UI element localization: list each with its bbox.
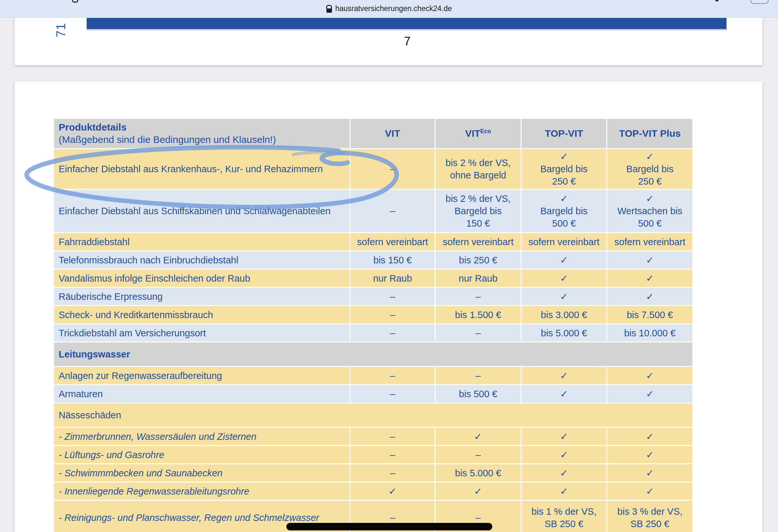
value-cell: sofern vereinbart [351,233,435,250]
value-cell: – [351,306,435,323]
value-cell: – [351,385,435,403]
value-cell: ✓ [607,482,692,500]
value-cell: ✓ [522,367,607,384]
value-cell: sofern vereinbart [436,233,521,250]
table-row: Räuberische Erpressung––✓✓ [54,288,692,305]
value-cell: ✓Bargeld bis250 € [522,149,607,189]
value-cell: bis 2 % der VS,ohne Bargeld [436,149,521,189]
value-cell: ✓ [522,446,607,463]
browser-toolbar: hausratversicherungen.check24.de [0,0,778,18]
address-bar[interactable]: hausratversicherungen.check24.de [326,0,452,17]
row-label: Einfacher Diebstahl aus Schiffskabinen u… [54,190,349,232]
row-label: Räuberische Erpressung [54,288,349,305]
value-cell: ✓ [351,482,435,500]
value-cell: – [351,464,435,481]
section-row: Leitungswasser [54,343,692,366]
table-subtitle: (Maßgebend sind die Bedingungen und Klau… [59,134,346,146]
row-label: - Lüftungs- und Gasrohre [54,446,349,463]
table-row: Fahrraddiebstahlsofern vereinbartsofern … [54,233,692,250]
table-row: - Zimmerbrunnen, Wassersäulen und Zister… [54,428,692,445]
table-row: Trickdiebstahl am Versicherungsort––bis … [54,324,692,342]
value-cell: – [436,324,521,342]
column-header-vit-eco: VITEco [436,119,521,148]
page-number: 7 [388,34,427,48]
value-cell: bis 1 % der VS,SB 250 € [522,501,607,532]
table-title-cell: Produktdetails (Maßgebend sind die Bedin… [54,119,349,148]
value-cell: ✓ [522,251,607,269]
row-label: - Innenliegende Regenwasserableitungsroh… [54,482,349,500]
section-label: Leitungswasser [54,343,692,366]
row-label: Telefonmissbrauch nach Einbruchdiebstahl [54,251,349,269]
value-cell: nur Raub [436,270,521,287]
table-row: - Schwimmmbecken und Saunabecken–bis 5.0… [54,464,692,481]
value-cell: sofern vereinbart [607,233,692,250]
value-cell: bis 7.500 € [607,306,692,323]
table-title: Produktdetails [59,121,346,134]
value-cell: bis 3.000 € [522,306,607,323]
cutoff-toolbar-glyph [72,0,78,3]
cutoff-toolbar-button[interactable] [750,0,769,4]
table-row: - Innenliegende Regenwasserableitungsroh… [54,482,692,500]
table-header-row: Produktdetails (Maßgebend sind die Bedin… [54,119,692,148]
value-cell: bis 10.000 € [607,324,692,342]
value-cell: ✓ [436,428,521,445]
product-details-table: Produktdetails (Maßgebend sind die Bedin… [53,118,693,532]
value-cell: ✓ [607,428,692,445]
value-cell: – [351,428,435,445]
table-row: Armaturen–bis 500 €✓✓ [54,385,692,403]
value-cell: – [436,367,521,384]
value-cell: bis 500 € [436,385,521,403]
value-cell: ✓ [607,385,692,403]
row-label: Einfacher Diebstahl aus Krankenhaus-, Ku… [54,149,349,189]
value-cell: – [351,367,435,384]
column-header-vit: VIT [351,119,435,148]
value-cell: ✓Bargeld bis500 € [522,190,607,232]
table-row: Scheck- und Kreditkartenmissbrauch–bis 1… [54,306,692,323]
value-cell: – [436,288,521,305]
home-indicator[interactable] [286,523,492,530]
column-header-top-vit-plus: TOP-VIT Plus [607,119,692,148]
row-label: Scheck- und Kreditkartenmissbrauch [54,306,349,323]
value-cell: ✓ [522,385,607,403]
value-cell: nur Raub [351,270,435,287]
row-label: Anlagen zur Regenwasseraufbereitung [54,367,349,384]
table-row: Vandalismus infolge Einschleichen oder R… [54,270,692,287]
table-row: Telefonmissbrauch nach Einbruchdiebstahl… [54,251,692,269]
value-cell: ✓ [607,446,692,463]
row-label: Vandalismus infolge Einschleichen oder R… [54,270,349,287]
section-row: Nässeschäden [54,404,692,427]
value-cell: ✓ [607,464,692,481]
row-label: Fahrraddiebstahl [54,233,349,250]
value-cell: bis 1.500 € [436,306,521,323]
value-cell: bis 2 % der VS,Bargeld bis150 € [436,190,521,232]
value-cell: bis 5.000 € [522,324,607,342]
value-cell: bis 3 % der VS,SB 250 € [607,501,692,532]
value-cell: bis 150 € [351,251,435,269]
value-cell: ✓ [522,288,607,305]
value-cell: ✓Bargeld bis250 € [607,149,692,189]
value-cell: ✓ [607,367,692,384]
value-cell: – [351,149,435,189]
column-header-top-vit: TOP-VIT [522,119,607,148]
value-cell: ✓ [522,464,607,481]
cutoff-toolbar-mark [715,0,718,1]
row-label: Armaturen [54,385,349,403]
table-row: Anlagen zur Regenwasseraufbereitung––✓✓ [54,367,692,384]
value-cell: – [436,446,521,463]
rotated-page-label: 71 [53,18,69,42]
url-text: hausratversicherungen.check24.de [335,4,452,13]
table-row: Einfacher Diebstahl aus Krankenhaus-, Ku… [54,149,692,189]
section-label: Nässeschäden [54,404,692,427]
row-label: - Zimmerbrunnen, Wassersäulen und Zister… [54,428,349,445]
row-label: - Schwimmmbecken und Saunabecken [54,464,349,481]
value-cell: ✓ [436,482,521,500]
lock-icon [326,5,332,13]
value-cell: ✓ [522,270,607,287]
row-label: Trickdiebstahl am Versicherungsort [54,324,349,342]
document-blue-bar [87,18,726,29]
value-cell: – [351,446,435,463]
value-cell: ✓ [607,288,692,305]
value-cell: – [351,190,435,232]
value-cell: ✓ [522,482,607,500]
value-cell: bis 5.000 € [436,464,521,481]
